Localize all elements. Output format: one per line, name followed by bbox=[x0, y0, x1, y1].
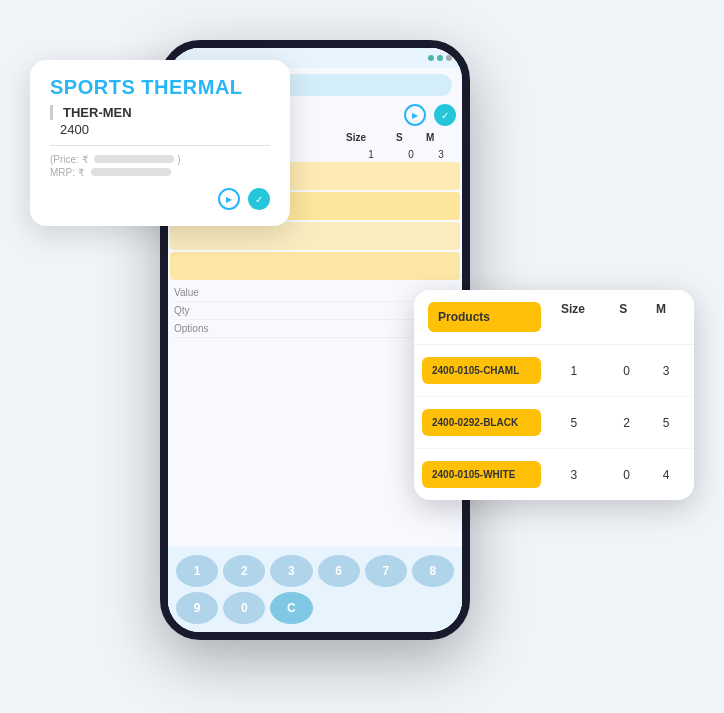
phone-row-value-col2 bbox=[268, 287, 362, 298]
key-c[interactable]: C bbox=[270, 592, 312, 624]
phone-row-qty-col2 bbox=[268, 305, 362, 316]
card-action-row: ▶ ✓ bbox=[50, 188, 270, 210]
m-cell-3: 4 bbox=[646, 468, 686, 482]
m-cell-1: 3 bbox=[646, 364, 686, 378]
key-0[interactable]: 0 bbox=[223, 592, 265, 624]
phone-row-options-col2 bbox=[268, 323, 362, 334]
key-1[interactable]: 1 bbox=[176, 555, 218, 587]
s-cell-2: 2 bbox=[607, 416, 647, 430]
size-cell-3: 3 bbox=[541, 468, 607, 482]
card-sports-thermal: SPORTS THERMAL THER-MEN 2400 (Price: ₹ )… bbox=[30, 60, 290, 226]
phone-play-button[interactable]: ▶ bbox=[404, 104, 426, 126]
size-cell-1: 1 bbox=[541, 364, 607, 378]
phone-row-options-label: Options bbox=[174, 323, 268, 334]
phone-check-button[interactable]: ✓ bbox=[434, 104, 456, 126]
card-divider bbox=[50, 145, 270, 146]
phone-header-s: S bbox=[396, 132, 426, 143]
card-thermal-title: SPORTS THERMAL bbox=[50, 76, 270, 99]
m-cell-2: 5 bbox=[646, 416, 686, 430]
card-mrp-label: MRP: ₹ bbox=[50, 167, 84, 178]
scene: ▶ ✓ Size S M 1 0 3 bbox=[0, 0, 724, 713]
card-thermal-code: 2400 bbox=[50, 122, 270, 137]
table-row: 2400-0292-BLACK 5 2 5 bbox=[414, 397, 694, 449]
s-cell-3: 0 bbox=[607, 468, 647, 482]
card-price-row: (Price: ₹ ) bbox=[50, 154, 270, 165]
phone-header-size: Size bbox=[346, 132, 396, 143]
table-header-row: Products Size S M bbox=[414, 290, 694, 345]
phone-row-value-label: Value bbox=[174, 287, 268, 298]
card-mrp-line bbox=[91, 168, 171, 176]
key-7[interactable]: 7 bbox=[365, 555, 407, 587]
card-mrp-row: MRP: ₹ bbox=[50, 167, 270, 178]
table-header-s: S bbox=[604, 302, 642, 332]
table-row: 2400-0105-CHAML 1 0 3 bbox=[414, 345, 694, 397]
key-6[interactable]: 6 bbox=[318, 555, 360, 587]
phone-keypad: 1 2 3 6 7 8 9 0 C bbox=[168, 547, 462, 632]
phone-product-block-4[interactable] bbox=[170, 252, 460, 280]
size-cell-2: 5 bbox=[541, 416, 607, 430]
key-8[interactable]: 8 bbox=[412, 555, 454, 587]
product-cell-1[interactable]: 2400-0105-CHAML bbox=[422, 357, 541, 384]
table-row: 2400-0105-WHITE 3 0 4 bbox=[414, 449, 694, 500]
key-3[interactable]: 3 bbox=[270, 555, 312, 587]
card-price-label: (Price: ₹ bbox=[50, 154, 88, 165]
table-header-m: M bbox=[642, 302, 680, 332]
table-header-products: Products bbox=[428, 302, 541, 332]
table-header-size: Size bbox=[541, 302, 604, 332]
phone-product-block-3[interactable] bbox=[170, 222, 460, 250]
card-products-table: Products Size S M 2400-0105-CHAML 1 0 3 … bbox=[414, 290, 694, 500]
key-2[interactable]: 2 bbox=[223, 555, 265, 587]
product-cell-3[interactable]: 2400-0105-WHITE bbox=[422, 461, 541, 488]
phone-rn-2: 0 bbox=[396, 149, 426, 160]
phone-header-m: M bbox=[426, 132, 456, 143]
card-check-button[interactable]: ✓ bbox=[248, 188, 270, 210]
card-thermal-subtitle: THER-MEN bbox=[50, 105, 270, 120]
status-dot-1 bbox=[428, 55, 434, 61]
phone-rn-1: 1 bbox=[346, 149, 396, 160]
status-dot-2 bbox=[437, 55, 443, 61]
s-cell-1: 0 bbox=[607, 364, 647, 378]
product-cell-2[interactable]: 2400-0292-BLACK bbox=[422, 409, 541, 436]
card-play-button[interactable]: ▶ bbox=[218, 188, 240, 210]
status-dot-3 bbox=[446, 55, 452, 61]
key-9[interactable]: 9 bbox=[176, 592, 218, 624]
card-price-paren: ) bbox=[177, 154, 180, 165]
phone-row-value: Value bbox=[174, 284, 456, 302]
card-price-line bbox=[94, 155, 174, 163]
phone-row-qty-label: Qty bbox=[174, 305, 268, 316]
phone-rn-3: 3 bbox=[426, 149, 456, 160]
